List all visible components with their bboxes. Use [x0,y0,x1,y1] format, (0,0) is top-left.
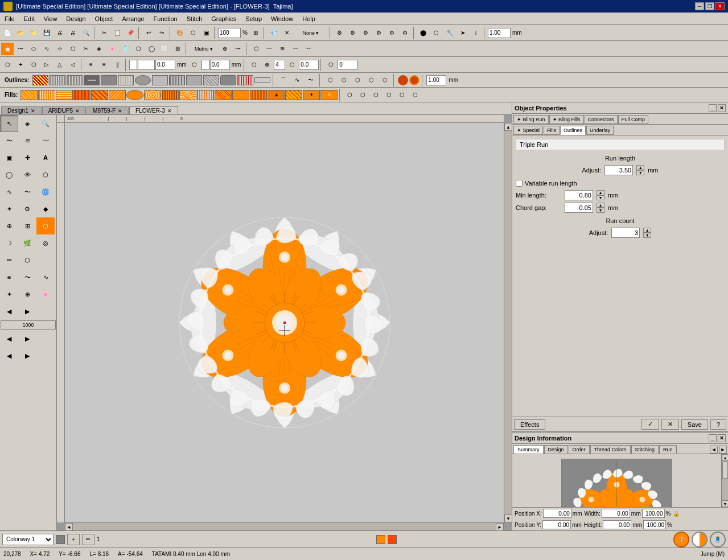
design-tool19[interactable]: 〰 [302,43,315,55]
tab-connectors[interactable]: Connectors [585,115,618,124]
chord-gap-down[interactable]: ▼ [597,208,604,213]
tool3-10[interactable]: ⬡ [188,59,201,71]
obj-props-close[interactable]: ✕ [718,104,726,112]
settings-btn2[interactable]: ⚙ [347,27,359,39]
fill-1[interactable] [20,90,38,100]
outline-circle1[interactable] [398,75,408,85]
gear-tool[interactable]: ⚙ [18,200,36,217]
color-indicator1[interactable] [376,535,385,544]
save-machine-btn[interactable]: 🖨 [54,27,66,39]
cut-btn[interactable]: ✂ [98,27,110,39]
tab-pull-comp[interactable]: Pull Comp [618,115,649,124]
design-tool8[interactable]: ◈ [93,43,105,55]
outline-2[interactable] [50,75,65,85]
fill-action3[interactable]: ⬡ [369,89,382,101]
outline-6[interactable] [118,75,134,85]
machine-btn[interactable]: 🔧 [443,27,456,39]
menu-edit[interactable]: Edit [19,13,39,24]
zoom-grid-btn[interactable]: ⊞ [249,27,262,39]
save-props-btn[interactable]: Save [681,419,708,430]
design-info-minimize[interactable]: _ [709,434,717,442]
fill-14[interactable] [250,90,267,100]
open-recent-btn[interactable]: 📁 [27,27,40,39]
tool3-6[interactable]: ◁ [67,59,79,71]
fill-7[interactable] [126,90,143,100]
tab-fills[interactable]: Fills [544,126,560,135]
tool-circle1[interactable]: 🎨 [673,532,689,547]
design-info-close[interactable]: ✕ [718,434,726,442]
outline-3[interactable] [67,75,83,85]
design-tool5[interactable]: ⊹ [54,43,66,55]
design-tool12[interactable]: ◯ [145,43,158,55]
fill-18[interactable]: C [320,90,338,100]
stitch-tool3[interactable]: ∿ [36,269,55,286]
cross-tool[interactable]: ✚ [18,149,36,166]
outline-fx1[interactable]: ⌒ [277,74,290,87]
menu-design[interactable]: Design [61,13,90,24]
save-btn[interactable]: 💾 [40,27,53,39]
help-btn[interactable]: ? [710,419,726,430]
di-tab-thread-colors[interactable]: Thread Colors [590,445,631,454]
outline-7[interactable] [135,75,151,85]
design-tool7[interactable]: ✂ [80,43,92,55]
run-length-down[interactable]: ▼ [636,170,644,175]
export-btn[interactable]: ⬡ [430,27,443,39]
tool3-2[interactable]: ✦ [14,59,27,71]
outline-fx2[interactable]: ∿ [291,74,303,87]
run-length-up[interactable]: ▲ [636,165,644,170]
icon3[interactable]: ▣ [200,27,212,39]
undo-btn[interactable]: ↩ [142,27,155,39]
close-m9759f[interactable]: ✕ [118,108,122,114]
tool3-11[interactable]: ⬡ [248,59,260,71]
val-input4[interactable] [201,60,209,70]
design-tool16[interactable]: 〰 [263,43,275,55]
outline-10[interactable] [186,75,202,85]
di-tab-design[interactable]: Design [544,445,568,454]
outline-val[interactable] [426,75,446,85]
design-tool10[interactable]: 👕 [119,43,131,55]
special-tool1[interactable]: ✦ [0,286,18,303]
wave-tool[interactable]: 〜 [18,183,36,200]
run2-tool[interactable]: ≋ [18,132,36,149]
zoom-tool[interactable]: 🔍 [36,115,55,132]
val-input2[interactable] [138,60,155,70]
fill-4[interactable] [73,90,91,100]
menu-function[interactable]: Function [149,13,182,24]
val-input1[interactable] [129,60,137,70]
tool3-5[interactable]: △ [54,59,66,71]
close-flower3[interactable]: ✕ [167,108,172,114]
convert-btn[interactable]: ↕ [470,27,482,39]
val-input3[interactable] [155,60,175,70]
restore-btn[interactable]: ❐ [705,2,714,10]
vscroll-down[interactable]: ▼ [504,514,512,522]
di-tab-order[interactable]: Order [569,445,590,454]
seq-tool2[interactable]: ▶ [18,303,36,320]
metric-dropdown[interactable]: Metric ▾ [190,43,218,55]
design-tool18[interactable]: 〰 [289,43,302,55]
moon-tool[interactable]: ☽ [0,234,18,252]
special-tool2[interactable]: ⊕ [18,286,36,303]
height-input[interactable] [603,520,631,529]
pen-tool[interactable]: ✏ [0,252,18,269]
di-scroll-track[interactable] [722,461,728,500]
knot-tool[interactable]: ◎ [36,234,55,252]
outline-1[interactable] [32,75,48,85]
val-input8[interactable] [338,60,357,70]
fill-action5[interactable]: ⬡ [396,89,408,101]
hscroll-track[interactable] [73,523,496,530]
outline-action4[interactable]: ⬡ [365,74,377,87]
open-btn[interactable]: 📂 [14,27,27,39]
send-btn[interactable]: ➤ [456,27,469,39]
leaf-tool[interactable]: 🌿 [18,234,36,252]
settings-btn4[interactable]: ⚙ [373,27,385,39]
fan-tool[interactable]: ⊕ [0,217,18,234]
tab-bling-fills[interactable]: ✦ Bling Fills [549,115,584,124]
val-input6[interactable] [274,60,285,70]
canvas-hscroll[interactable]: ◄ ► [65,522,504,530]
fill-15[interactable]: ◈ [268,90,285,100]
tool3-14[interactable]: ⬡ [324,59,337,71]
tab-special[interactable]: ✦ Special [513,126,543,135]
outline-4[interactable]: ═══ [84,75,100,85]
colorway-swatch[interactable] [56,535,65,544]
stitch-tool2[interactable]: 〜 [18,269,36,286]
